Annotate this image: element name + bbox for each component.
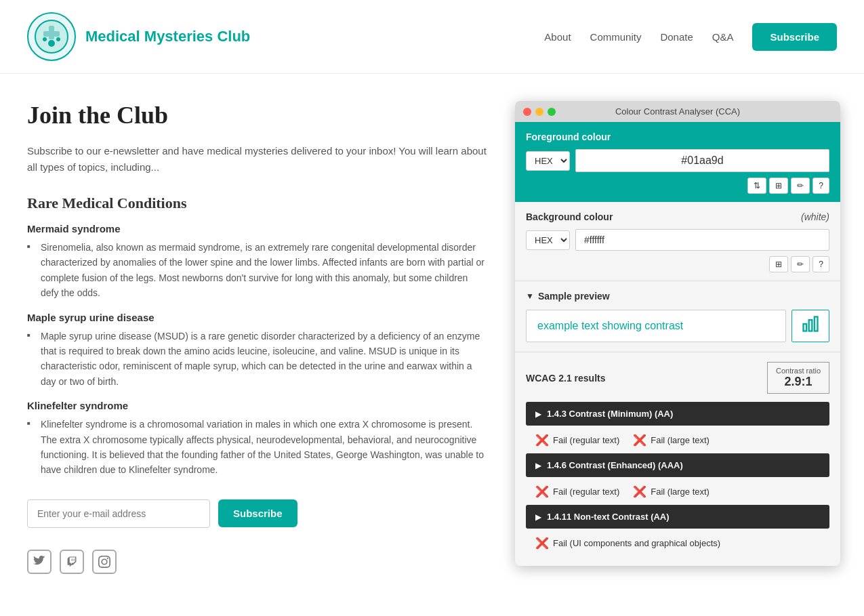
cca-titlebar: Colour Contrast Analyser (CCA) (515, 101, 840, 122)
cca-body: Foreground colour HEX ⇅ ⊞ ✏ ? (515, 122, 840, 566)
header: Medical Mysteries Club About Community D… (0, 0, 864, 74)
svg-rect-8 (815, 317, 818, 331)
cca-title: Colour Contrast Analyser (CCA) (615, 106, 740, 117)
email-subscribe-section: Subscribe (27, 499, 488, 528)
condition-mermaid: Mermaid syndrome Sirenomelia, also known… (27, 223, 488, 301)
fg-eyedropper-button[interactable]: ✏ (791, 178, 810, 194)
email-input[interactable] (27, 499, 210, 528)
nav-donate[interactable]: Donate (660, 31, 693, 43)
preview-text-box: example text showing contrast (526, 310, 786, 342)
fg-format-select[interactable]: HEX (526, 151, 570, 171)
social-icons (27, 550, 488, 574)
twitch-icon[interactable] (60, 550, 84, 574)
bg-label: Background colour (526, 211, 613, 222)
wcag-results-1411: ❌ Fail (UI components and graphical obje… (526, 531, 829, 556)
left-column: Join the Club Subscribe to our e-newslet… (27, 101, 488, 574)
svg-point-4 (43, 37, 47, 41)
instagram-icon[interactable] (92, 550, 117, 574)
contrast-ratio-value: 2.9:1 (776, 375, 821, 389)
wcag-row-143[interactable]: ▶ 1.4.3 Contrast (Minimum) (AA) (526, 402, 829, 426)
wcag-result-143-large: ❌ Fail (large text) (633, 434, 709, 447)
fg-swap-button[interactable]: ⇅ (747, 178, 766, 194)
email-subscribe-button[interactable]: Subscribe (218, 499, 297, 527)
main-nav: About Community Donate Q&A Subscribe (544, 23, 837, 51)
bg-white-label: (white) (801, 211, 829, 222)
chart-icon (801, 314, 820, 337)
fg-input-row: HEX (526, 149, 829, 172)
wcag-result-label-146-regular: Fail (regular text) (553, 487, 619, 497)
wcag-result-label-143-regular: Fail (regular text) (553, 435, 619, 445)
wcag-row-label-143: 1.4.3 Contrast (Minimum) (AA) (547, 409, 673, 419)
wcag-header: WCAG 2.1 results Contrast ratio 2.9:1 (526, 362, 829, 394)
nav-community[interactable]: Community (590, 31, 642, 43)
preview-section: ▼ Sample preview example text showing co… (515, 281, 840, 352)
wcag-row-label-1411: 1.4.11 Non-text Contrast (AA) (547, 512, 670, 522)
header-subscribe-button[interactable]: Subscribe (752, 23, 837, 51)
fg-adjust-button[interactable]: ⊞ (769, 178, 788, 194)
svg-point-3 (48, 40, 55, 47)
bg-eyedropper-button[interactable]: ✏ (791, 256, 810, 272)
fg-tools: ⇅ ⊞ ✏ ? (526, 178, 829, 194)
play-icon-143: ▶ (535, 409, 541, 419)
condition-name-1: Mermaid syndrome (27, 223, 488, 234)
minimize-dot[interactable] (535, 108, 543, 116)
condition-desc-2: Maple syrup urine disease (MSUD) is a ra… (27, 329, 488, 390)
logo (27, 12, 76, 61)
fg-section: Foreground colour HEX ⇅ ⊞ ✏ ? (515, 122, 840, 202)
bg-section: Background colour (white) HEX ⊞ ✏ ? (515, 202, 840, 281)
bg-input-row: HEX (526, 229, 829, 251)
wcag-row-146[interactable]: ▶ 1.4.6 Contrast (Enhanced) (AAA) (526, 453, 829, 477)
preview-header: ▼ Sample preview (526, 291, 829, 302)
preview-chart-button[interactable] (791, 310, 829, 342)
logo-area: Medical Mysteries Club (27, 12, 250, 61)
cca-window-controls (523, 108, 556, 116)
cca-window: Colour Contrast Analyser (CCA) Foregroun… (515, 101, 840, 566)
preview-content: example text showing contrast (526, 310, 829, 342)
svg-rect-6 (804, 324, 807, 331)
fail-icon-1411-ui: ❌ (535, 537, 549, 550)
condition-desc-1: Sirenomelia, also known as mermaid syndr… (27, 240, 488, 301)
wcag-results-143: ❌ Fail (regular text) ❌ Fail (large text… (526, 428, 829, 453)
wcag-row-label-146: 1.4.6 Contrast (Enhanced) (AAA) (547, 460, 683, 470)
wcag-result-146-large: ❌ Fail (large text) (633, 485, 709, 498)
svg-rect-2 (43, 31, 60, 37)
contrast-ratio-box: Contrast ratio 2.9:1 (767, 362, 829, 394)
svg-point-5 (56, 37, 60, 41)
preview-triangle-icon: ▼ (526, 291, 534, 301)
condition-maple: Maple syrup urine disease Maple syrup ur… (27, 312, 488, 390)
nav-about[interactable]: About (544, 31, 571, 43)
bg-help-button[interactable]: ? (812, 256, 829, 272)
wcag-row-1411[interactable]: ▶ 1.4.11 Non-text Contrast (AA) (526, 505, 829, 529)
fail-icon-146-large: ❌ (633, 485, 646, 498)
fail-icon-143-large: ❌ (633, 434, 646, 447)
section-heading: Rare Medical Conditions (27, 194, 488, 212)
condition-name-2: Maple syrup urine disease (27, 312, 488, 323)
condition-desc-3: Klinefelter syndrome is a chromosomal va… (27, 417, 488, 478)
play-icon-1411: ▶ (535, 512, 541, 522)
wcag-result-label-143-large: Fail (large text) (651, 435, 709, 445)
contrast-ratio-label: Contrast ratio (776, 367, 821, 375)
twitter-icon[interactable] (27, 550, 52, 574)
right-column: Colour Contrast Analyser (CCA) Foregroun… (515, 101, 840, 574)
page-heading: Join the Club (27, 101, 488, 129)
bg-adjust-button[interactable]: ⊞ (769, 256, 788, 272)
bg-header: Background colour (white) (526, 211, 829, 222)
wcag-result-label-1411-ui: Fail (UI components and graphical object… (553, 538, 720, 548)
bg-hex-input[interactable] (575, 229, 829, 251)
fg-hex-input[interactable] (575, 149, 829, 172)
fail-icon-146-regular: ❌ (535, 485, 549, 498)
nav-qa[interactable]: Q&A (712, 31, 734, 43)
condition-klinefelter: Klinefelter syndrome Klinefelter syndrom… (27, 400, 488, 478)
wcag-results-146: ❌ Fail (regular text) ❌ Fail (large text… (526, 480, 829, 505)
play-icon-146: ▶ (535, 461, 541, 470)
fg-help-button[interactable]: ? (812, 178, 829, 194)
bg-format-select[interactable]: HEX (526, 230, 570, 250)
wcag-result-1411-ui: ❌ Fail (UI components and graphical obje… (535, 537, 720, 550)
wcag-section: WCAG 2.1 results Contrast ratio 2.9:1 ▶ … (515, 352, 840, 566)
intro-text: Subscribe to our e-newsletter and have m… (27, 143, 488, 176)
wcag-result-143-regular: ❌ Fail (regular text) (535, 434, 619, 447)
maximize-dot[interactable] (548, 108, 556, 116)
close-dot[interactable] (523, 108, 531, 116)
main-content: Join the Club Subscribe to our e-newslet… (0, 74, 864, 588)
site-title: Medical Mysteries Club (85, 28, 250, 45)
